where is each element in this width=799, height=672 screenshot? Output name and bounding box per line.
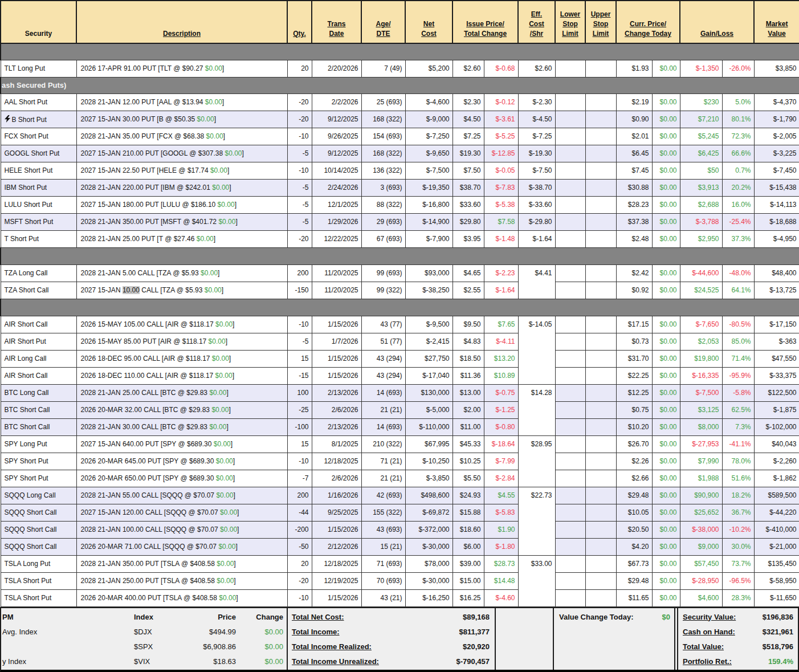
- cell-change-today[interactable]: $0.00: [652, 401, 680, 418]
- cell-net-cost[interactable]: $-3,850: [405, 470, 453, 487]
- cell-eff-cost[interactable]: $-38.70: [518, 179, 555, 196]
- cell-lower-stop[interactable]: [555, 589, 585, 606]
- cell-description[interactable]: 2028 21-JAN 220.00 PUT [IBM @ $242.01 $0…: [76, 179, 287, 196]
- cell-eff-cost[interactable]: $-14.05: [518, 316, 555, 384]
- cell-change-today[interactable]: $0.00: [652, 487, 680, 504]
- cell-security[interactable]: TZA Short Call: [1, 282, 76, 299]
- cell-qty[interactable]: 20: [287, 555, 312, 572]
- cell-trans-date[interactable]: 8/1/2025: [312, 435, 361, 453]
- cell-net-cost[interactable]: $-38,250: [405, 282, 453, 299]
- cell-curr-price[interactable]: $26.70: [616, 435, 652, 453]
- cell-change-today[interactable]: $0.00: [652, 162, 680, 179]
- cell-trans-date[interactable]: 12/18/2025: [312, 555, 361, 572]
- cell-lower-stop[interactable]: [555, 538, 585, 555]
- cell-issue-price[interactable]: $38.70: [453, 179, 484, 196]
- cell-market-value[interactable]: $-18,688: [754, 213, 799, 230]
- cell-issue-price[interactable]: $15.88: [453, 504, 484, 521]
- cell-qty[interactable]: -20: [287, 572, 312, 589]
- cell-upper-stop[interactable]: [585, 589, 616, 606]
- cell-lower-stop[interactable]: [555, 111, 585, 128]
- cell-issue-price[interactable]: $4.50: [453, 111, 484, 128]
- cell-curr-price[interactable]: $17.15: [616, 316, 652, 333]
- cell-change-today[interactable]: $0.00: [652, 316, 680, 333]
- cell-trans-date[interactable]: 9/12/2025: [312, 111, 361, 128]
- cell-curr-price[interactable]: $12.25: [616, 384, 652, 401]
- cell-upper-stop[interactable]: [585, 179, 616, 196]
- cell-change-today[interactable]: $0.00: [652, 555, 680, 572]
- cell-upper-stop[interactable]: [585, 93, 616, 111]
- cell-market-value[interactable]: $-3,225: [754, 145, 799, 162]
- cell-age-dte[interactable]: 210 (322): [361, 435, 405, 453]
- cell-lower-stop[interactable]: [555, 316, 585, 333]
- cell-security[interactable]: BTC Short Call: [1, 418, 76, 435]
- cell-net-cost[interactable]: $-9,650: [405, 145, 453, 162]
- cell-issue-price[interactable]: $11.36: [453, 367, 484, 384]
- cell-description[interactable]: 2026 18-DEC 110.00 CALL [AIR @ $118.17 $…: [76, 367, 287, 384]
- cell-total-change[interactable]: $-1.80: [484, 538, 518, 555]
- cell-market-value[interactable]: $135,450: [754, 555, 799, 572]
- cell-trans-date[interactable]: 2/6/2026: [312, 470, 361, 487]
- cell-issue-price[interactable]: $24.93: [453, 487, 484, 504]
- cell-market-value[interactable]: $-2,005: [754, 128, 799, 145]
- cell-age-dte[interactable]: 99 (322): [361, 282, 405, 299]
- cell-upper-stop[interactable]: [585, 316, 616, 333]
- cell-gain-loss-pct[interactable]: 71.4%: [722, 350, 754, 367]
- cell-curr-price[interactable]: $4.20: [616, 538, 652, 555]
- cell-age-dte[interactable]: 14 (693): [361, 418, 405, 435]
- cell-curr-price[interactable]: $11.65: [616, 589, 652, 606]
- cell-change-today[interactable]: $0.00: [652, 111, 680, 128]
- cell-qty[interactable]: 15: [287, 350, 312, 367]
- cell-change-today[interactable]: $0.00: [652, 128, 680, 145]
- cell-gain-loss[interactable]: $3,913: [680, 179, 722, 196]
- cell-total-change[interactable]: $-4.11: [484, 333, 518, 350]
- cell-market-value[interactable]: $-11,650: [754, 589, 799, 606]
- cell-lower-stop[interactable]: [555, 401, 585, 418]
- cell-total-change[interactable]: $-7.99: [484, 453, 518, 470]
- column-header-qty[interactable]: Qty.: [287, 1, 312, 43]
- cell-market-value[interactable]: $-7,450: [754, 162, 799, 179]
- cell-qty[interactable]: -7: [287, 470, 312, 487]
- cell-total-change[interactable]: $-5.83: [484, 504, 518, 521]
- cell-age-dte[interactable]: 25 (693): [361, 93, 405, 111]
- cell-issue-price[interactable]: $2.30: [453, 93, 484, 111]
- cell-age-dte[interactable]: 43 (294): [361, 350, 405, 367]
- cell-issue-price[interactable]: $2.00: [453, 401, 484, 418]
- cell-upper-stop[interactable]: [585, 350, 616, 367]
- cell-curr-price[interactable]: $2.48: [616, 230, 652, 247]
- cell-change-today[interactable]: $0.00: [652, 589, 680, 606]
- cell-net-cost[interactable]: $-372,000: [405, 521, 453, 538]
- cell-issue-price[interactable]: $5.50: [453, 470, 484, 487]
- cell-description[interactable]: 2027 15-JAN 640.00 PUT [SPY @ $689.30 $0…: [76, 435, 287, 453]
- cell-net-cost[interactable]: $93,000: [405, 264, 453, 282]
- cell-qty[interactable]: 100: [287, 384, 312, 401]
- cell-age-dte[interactable]: 7 (49): [361, 60, 405, 77]
- cell-change-today[interactable]: $0.00: [652, 453, 680, 470]
- cell-lower-stop[interactable]: [555, 128, 585, 145]
- column-header-issue-price-total-change[interactable]: Issue Price/Total Change: [453, 1, 518, 43]
- cell-gain-loss-pct[interactable]: 73.7%: [722, 555, 754, 572]
- cell-upper-stop[interactable]: [585, 384, 616, 401]
- cell-market-value[interactable]: $47,550: [754, 350, 799, 367]
- cell-total-change[interactable]: $-2.84: [484, 470, 518, 487]
- cell-description[interactable]: 2026 20-MAR 645.00 PUT [SPY @ $689.30 $0…: [76, 453, 287, 470]
- cell-upper-stop[interactable]: [585, 453, 616, 470]
- cell-curr-price[interactable]: $2.66: [616, 470, 652, 487]
- cell-issue-price[interactable]: $10.25: [453, 453, 484, 470]
- cell-market-value[interactable]: $-1,790: [754, 111, 799, 128]
- cell-total-change[interactable]: $7.65: [484, 316, 518, 333]
- cell-description[interactable]: 2028 21-JAN 5.00 CALL [TZA @ $5.93 $0.00…: [76, 264, 287, 282]
- cell-upper-stop[interactable]: [585, 60, 616, 77]
- cell-description[interactable]: 2026 20-MAR 71.00 CALL [SQQQ @ $70.07 $0…: [76, 538, 287, 555]
- column-header-age-dte[interactable]: Age/DTE: [361, 1, 405, 43]
- cell-qty[interactable]: -5: [287, 196, 312, 213]
- cell-total-change[interactable]: $-5.38: [484, 196, 518, 213]
- cell-market-value[interactable]: $-14,113: [754, 196, 799, 213]
- cell-total-change[interactable]: $-1.48: [484, 230, 518, 247]
- cell-eff-cost[interactable]: $2.60: [518, 60, 555, 77]
- cell-gain-loss[interactable]: $50: [680, 162, 722, 179]
- cell-gain-loss[interactable]: $2,053: [680, 333, 722, 350]
- cell-gain-loss[interactable]: $9,000: [680, 538, 722, 555]
- cell-eff-cost[interactable]: $22.73: [518, 487, 555, 555]
- cell-trans-date[interactable]: 1/16/2026: [312, 487, 361, 504]
- cell-curr-price[interactable]: $0.92: [616, 282, 652, 299]
